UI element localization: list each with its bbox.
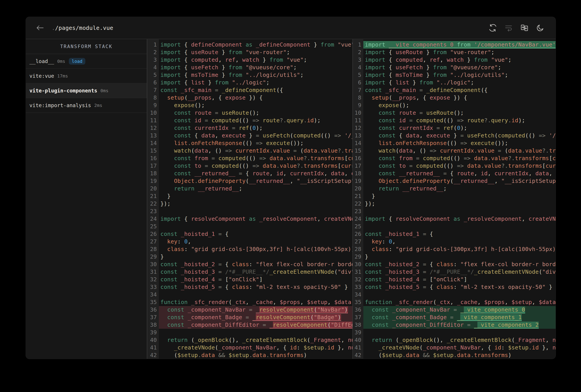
code-text: setup(__props, { expose }) { — [363, 94, 556, 102]
code-text: import { resolveComponent as _resolveCom… — [159, 215, 352, 223]
diff-pane-after[interactable]: 1import __vite_components_0 from '/compo… — [352, 39, 556, 359]
code-text: _createVNode(_component_NavBar, { id: $s… — [159, 344, 352, 352]
code-text: list.onFetchResponse(() => execute()); — [363, 140, 556, 147]
code-line: 29} — [353, 253, 556, 260]
diff-pane-before[interactable]: 1import { defineComponent as _defineComp… — [147, 39, 352, 359]
line-number: 31 — [353, 268, 363, 276]
code-text-del: const _component_Badge = _resolveCompone… — [159, 314, 352, 321]
code-line: 3import { computed, ref, watch } from "v… — [147, 56, 352, 64]
line-number: 14 — [147, 140, 159, 147]
code-text: const _hoisted_5 = { class: "ml-2 text-x… — [159, 283, 352, 291]
code-line: 15 watch(data, () => currentIdx.value = … — [353, 147, 556, 154]
code-line: 31const _hoisted_3 = /*#__PURE__*/_creat… — [353, 268, 556, 276]
code-text: const id = computed(() => route?.query.i… — [159, 117, 352, 124]
code-text: import { defineComponent as _defineCompo… — [159, 41, 352, 48]
line-number: 21 — [353, 192, 363, 200]
code-text: const _hoisted_2 = { class: "flex flex-c… — [159, 260, 352, 268]
line-number: 23 — [147, 208, 159, 215]
line-number: 39 — [147, 329, 159, 336]
sidebar-item-vite-vue[interactable]: vite:vue17ms — [26, 69, 147, 84]
code-text: expose(); — [159, 102, 352, 109]
code-line: 18 const __returned__ = { route, id, cur… — [147, 170, 352, 177]
line-number: 32 — [147, 276, 159, 283]
code-text: import { useFetch } from "@vueuse/core"; — [363, 64, 556, 71]
line-number: 36 — [147, 306, 159, 314]
code-line: 22}); — [353, 200, 556, 208]
code-text: const _hoisted_1 = { — [159, 230, 352, 238]
sidebar-item--load-[interactable]: __load__0msload — [26, 54, 147, 69]
code-text: Object.defineProperty(__returned__, "__i… — [363, 177, 556, 185]
line-number: 26 — [147, 230, 159, 238]
line-number: 37 — [147, 314, 159, 321]
line-number: 29 — [353, 253, 363, 260]
code-text: const route = useRoute(); — [363, 109, 556, 117]
code-line: 9 expose(); — [353, 102, 556, 109]
code-line: 24import { resolveComponent as _resolveC… — [147, 215, 352, 223]
line-number: 11 — [147, 117, 159, 124]
code-text: ($setup.data && $setup.data.transforms) — [159, 352, 352, 359]
line-number: 41 — [353, 344, 363, 352]
line-number: 19 — [147, 177, 159, 185]
code-line: 11 const id = computed(() => route?.quer… — [147, 117, 352, 124]
line-number: 35 — [353, 298, 363, 306]
line-number: 3 — [147, 56, 159, 64]
line-number: 15 — [147, 147, 159, 154]
code-text-add: const _component_Badge = __vite_componen… — [363, 314, 556, 321]
code-line: 39 — [353, 329, 556, 336]
code-line: 30const _hoisted_2 = { class: "flex flex… — [147, 260, 352, 268]
refresh-button[interactable] — [488, 24, 497, 32]
code-line: 37 const _component_Badge = _resolveComp… — [147, 314, 352, 321]
wrap-lines-button[interactable] — [504, 24, 513, 32]
code-text: const _sfc_main = _defineComponent({ — [159, 86, 352, 94]
line-number: 36 — [353, 306, 363, 314]
code-text: const to = computed(() => data.value?.tr… — [159, 162, 352, 170]
code-line: 40 return (_openBlock(), _createElementB… — [147, 336, 352, 344]
line-number: 28 — [353, 246, 363, 253]
code-line: 2import { useRoute } from "vue-router"; — [353, 48, 556, 56]
line-number: 32 — [353, 276, 363, 283]
code-line: 12 const currentIdx = ref(0); — [147, 124, 352, 132]
code-text: } — [159, 192, 352, 200]
code-line: 2import { useRoute } from "vue-router"; — [147, 48, 352, 56]
line-number: 42 — [147, 352, 159, 359]
code-line: 39 — [147, 329, 352, 336]
code-text: class: "grid grid-cols-[300px,3fr] h-[ca… — [159, 246, 352, 253]
code-line: 40 return (_openBlock(), _createElementB… — [353, 336, 556, 344]
code-line: 9 expose(); — [147, 102, 352, 109]
side-by-side-toggle-button[interactable] — [520, 24, 529, 32]
code-line: 6import { list } from "../logic"; — [147, 79, 352, 86]
line-number: 2 — [147, 48, 159, 56]
inspect-window: ./pages/module.vue — [26, 17, 556, 359]
line-number: 9 — [147, 102, 159, 109]
line-number: 38 — [353, 321, 363, 329]
code-text: const _hoisted_1 = { — [363, 230, 556, 238]
code-text: import { useRoute } from "vue-router"; — [159, 48, 352, 56]
code-line: 17 const to = computed(() => data.value?… — [147, 162, 352, 170]
line-number: 6 — [147, 79, 159, 86]
sidebar-item-vite-plugin-components[interactable]: vite-plugin-components0ms — [26, 84, 147, 98]
line-number: 18 — [353, 170, 363, 177]
line-number: 16 — [353, 154, 363, 162]
code-line: 28 class: "grid grid-cols-[300px,3fr] h-… — [147, 246, 352, 253]
code-line: 33const _hoisted_5 = { class: "ml-2 text… — [353, 283, 556, 291]
back-button[interactable] — [36, 24, 44, 32]
code-text: return __returned__; — [159, 185, 352, 192]
dark-mode-moon-icon — [536, 24, 544, 32]
line-number: 24 — [353, 215, 363, 223]
code-line: 18 const __returned__ = { route, id, cur… — [353, 170, 556, 177]
code-text: const _hoisted_3 = /*#__PURE__*/_createE… — [159, 268, 352, 276]
line-number: 40 — [353, 336, 363, 344]
code-text: const __returned__ = { route, id, curren… — [363, 170, 556, 177]
sidebar-item-vite-import-analysis[interactable]: vite:import-analysis2ms — [26, 98, 147, 113]
code-line: 19 Object.defineProperty(__returned__, "… — [353, 177, 556, 185]
code-text: watch(data, () => currentIdx.value = (da… — [159, 147, 352, 154]
code-line: 27 key: 0, — [147, 238, 352, 246]
code-text: import { list } from "../logic"; — [159, 79, 352, 86]
code-line: 14 list.onFetchResponse(() => execute())… — [353, 140, 556, 147]
code-line: 14 list.onFetchResponse(() => execute())… — [147, 140, 352, 147]
line-number: 41 — [147, 344, 159, 352]
code-text — [159, 208, 352, 215]
code-line: 7const _sfc_main = _defineComponent({ — [147, 86, 352, 94]
line-number: 30 — [353, 260, 363, 268]
dark-mode-button[interactable] — [536, 24, 544, 32]
